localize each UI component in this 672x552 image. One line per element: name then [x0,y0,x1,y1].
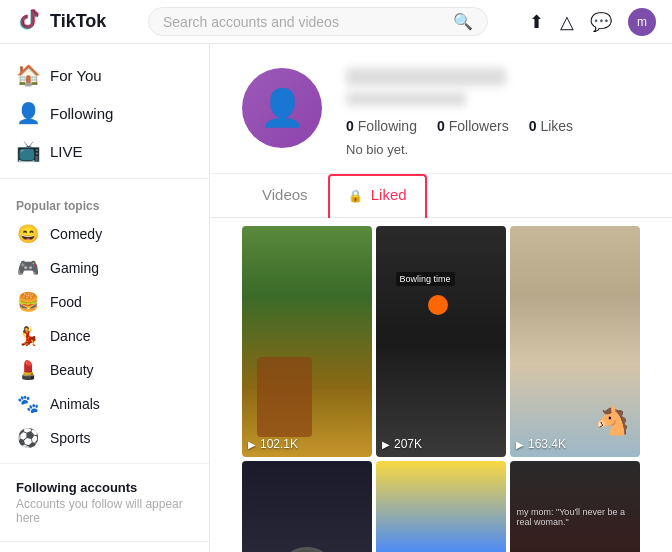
avatar-letter: m [637,15,647,29]
following-label: Following [358,118,417,134]
live-icon: 📺 [16,139,40,163]
play-icon-1: ▶ [248,439,256,450]
topic-gaming[interactable]: 🎮 Gaming [0,251,209,285]
animals-icon: 🐾 [16,393,40,415]
play-icon-3: ▶ [516,439,524,450]
sidebar-label-following: Following [50,105,113,122]
avatar-icon: 👤 [260,87,305,129]
topic-food[interactable]: 🍔 Food [0,285,209,319]
vid6-caption: my mom: "You'll never be a real woman." [517,507,634,527]
profile-info: 0 Following 0 Followers 0 Likes No bio y… [346,68,640,157]
followers-label: Followers [449,118,509,134]
popular-topics-label: Popular topics [0,187,209,217]
logo-text: TikTok [50,11,106,32]
topic-label-food: Food [50,294,82,310]
topic-label-sports: Sports [50,430,90,446]
vid1-figure [257,357,312,437]
profile-tabs: Videos 🔒 Liked [210,174,672,218]
logo[interactable]: TikTok [16,8,136,36]
home-icon: 🏠 [16,63,40,87]
profile-avatar: 👤 [242,68,322,148]
following-accounts-desc: Accounts you follow will appear here [16,497,193,525]
play-icon-2: ▶ [382,439,390,450]
video-thumb-6[interactable]: my mom: "You'll never be a real woman." … [510,461,640,552]
search-icon: 🔍 [453,12,473,31]
topic-dance[interactable]: 💃 Dance [0,319,209,353]
user-avatar[interactable]: m [628,8,656,36]
food-icon: 🍔 [16,291,40,313]
topic-animals[interactable]: 🐾 Animals [0,387,209,421]
vid4-circle [277,547,337,552]
following-icon: 👤 [16,101,40,125]
sidebar-divider-3 [0,541,209,542]
search-input[interactable] [163,14,445,30]
video-thumb-4[interactable]: ▶ 160K [242,461,372,552]
sidebar-label-live: LIVE [50,143,83,160]
lock-icon: 🔒 [348,189,363,203]
followers-count: 0 [437,118,445,134]
topic-label-beauty: Beauty [50,362,94,378]
profile-handle-blurred [346,92,466,106]
tiktok-logo-icon [16,8,44,36]
profile-bio: No bio yet. [346,142,640,157]
video-views-2: 207K [394,437,422,451]
sidebar-divider-1 [0,178,209,179]
gaming-icon: 🎮 [16,257,40,279]
likes-label: Likes [540,118,573,134]
video-views-1: 102.1K [260,437,298,451]
main-content: 👤 0 Following 0 Followers 0 Lik [210,44,672,552]
likes-count: 0 [529,118,537,134]
vid2-ball [428,295,448,315]
tab-liked[interactable]: 🔒 Liked [328,174,427,218]
video-thumb-1[interactable]: ▶ 102.1K [242,226,372,457]
tab-videos-label: Videos [262,186,308,203]
video-thumb-5[interactable]: POV You thought you'd be safe ▶ 325.5K [376,461,506,552]
comedy-icon: 😄 [16,223,40,245]
beauty-icon: 💄 [16,359,40,381]
stat-following: 0 Following [346,118,417,134]
inbox-icon[interactable]: △ [560,11,574,33]
header-actions: ⬆ △ 💬 m [529,8,656,36]
video-views-3: 163.4K [528,437,566,451]
video-thumb-2[interactable]: Bowling time ▶ 207K [376,226,506,457]
profile-stats: 0 Following 0 Followers 0 Likes [346,118,640,134]
header: TikTok 🔍 ⬆ △ 💬 m [0,0,672,44]
upload-icon[interactable]: ⬆ [529,11,544,33]
following-accounts-section: Following accounts Accounts you follow w… [0,472,209,533]
sidebar-item-live[interactable]: 📺 LIVE [0,132,209,170]
topic-beauty[interactable]: 💄 Beauty [0,353,209,387]
topic-sports[interactable]: ⚽ Sports [0,421,209,455]
sports-icon: ⚽ [16,427,40,449]
profile-section: 👤 0 Following 0 Followers 0 Lik [210,44,672,174]
body: 🏠 For You 👤 Following 📺 LIVE Popular top… [0,44,672,552]
tab-videos[interactable]: Videos [242,174,328,217]
vid2-overlay-text: Bowling time [396,272,455,286]
topic-label-comedy: Comedy [50,226,102,242]
stat-likes: 0 Likes [529,118,573,134]
topic-label-dance: Dance [50,328,90,344]
video-grid: ▶ 102.1K Bowling time ▶ 207K 🐴 ▶ [210,218,672,552]
sidebar-item-following[interactable]: 👤 Following [0,94,209,132]
sidebar: 🏠 For You 👤 Following 📺 LIVE Popular top… [0,44,210,552]
following-accounts-label: Following accounts [16,480,193,495]
search-bar[interactable]: 🔍 [148,7,488,36]
dance-icon: 💃 [16,325,40,347]
profile-name-blurred [346,68,506,86]
sidebar-item-for-you[interactable]: 🏠 For You [0,56,209,94]
stat-followers: 0 Followers [437,118,509,134]
topic-label-gaming: Gaming [50,260,99,276]
video-overlay-1: ▶ 102.1K [248,437,298,451]
sidebar-label-for-you: For You [50,67,102,84]
video-overlay-2: ▶ 207K [382,437,422,451]
video-thumb-3[interactable]: 🐴 ▶ 163.4K [510,226,640,457]
topic-label-animals: Animals [50,396,100,412]
following-count: 0 [346,118,354,134]
vid3-horse: 🐴 [595,404,630,437]
tab-liked-label: Liked [371,186,407,203]
message-icon[interactable]: 💬 [590,11,612,33]
sidebar-divider-2 [0,463,209,464]
topic-comedy[interactable]: 😄 Comedy [0,217,209,251]
video-overlay-3: ▶ 163.4K [516,437,566,451]
